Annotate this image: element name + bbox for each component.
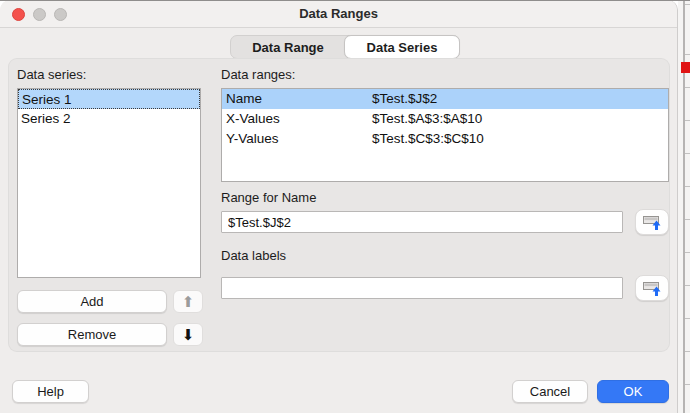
tab-data-range[interactable]: Data Range (231, 36, 345, 58)
titlebar[interactable]: Data Ranges (0, 0, 677, 28)
data-ranges-table[interactable]: Name $Test.$J$2 X-Values $Test.$A$3:$A$1… (221, 88, 669, 182)
tab-control: Data Range Data Series (230, 35, 460, 59)
data-series-listbox[interactable]: Series 1 Series 2 (17, 88, 201, 278)
red-chart-mark (681, 62, 690, 73)
background-spreadsheet-strip (678, 0, 690, 413)
range-for-name-label: Range for Name (221, 190, 316, 205)
table-row-name[interactable]: Name $Test.$J$2 (222, 89, 668, 109)
cancel-button[interactable]: Cancel (512, 380, 588, 403)
data-labels-input[interactable] (221, 277, 623, 299)
list-item-series-1[interactable]: Series 1 (18, 89, 200, 109)
arrow-up-icon: ⬆ (182, 294, 195, 309)
shrink-icon (640, 276, 664, 300)
table-row-y-values[interactable]: Y-Values $Test.$C$3:$C$10 (222, 129, 668, 149)
data-ranges-dialog: Data Ranges Data Range Data Series Data … (0, 0, 678, 413)
row-range: $Test.$J$2 (372, 89, 668, 109)
row-range: $Test.$A$3:$A$10 (372, 109, 668, 129)
help-button[interactable]: Help (12, 380, 89, 403)
shrink-range-for-name-button[interactable] (635, 209, 669, 235)
row-role: Name (222, 89, 372, 109)
row-range: $Test.$C$3:$C$10 (372, 129, 668, 149)
data-series-tab-page: Data series: Series 1 Series 2 Add ⬆ Rem… (8, 58, 670, 352)
ok-button[interactable]: OK (597, 380, 669, 403)
move-up-button[interactable]: ⬆ (173, 290, 203, 313)
row-role: Y-Values (222, 129, 372, 149)
row-role: X-Values (222, 109, 372, 129)
dialog-title: Data Ranges (0, 6, 677, 21)
tab-data-series[interactable]: Data Series (344, 35, 460, 59)
move-down-button[interactable]: ⬇ (173, 323, 203, 346)
screen-top-edge (0, 0, 690, 1)
range-for-name-input[interactable] (221, 211, 623, 233)
shrink-icon (640, 210, 664, 234)
data-series-label: Data series: (17, 67, 86, 82)
data-ranges-label: Data ranges: (221, 67, 295, 82)
arrow-down-icon: ⬇ (182, 327, 195, 342)
shrink-data-labels-button[interactable] (635, 275, 669, 301)
table-row-x-values[interactable]: X-Values $Test.$A$3:$A$10 (222, 109, 668, 129)
remove-button[interactable]: Remove (17, 323, 167, 346)
add-button[interactable]: Add (17, 290, 167, 313)
data-labels-label: Data labels (221, 248, 286, 263)
list-item-series-2[interactable]: Series 2 (18, 109, 200, 129)
